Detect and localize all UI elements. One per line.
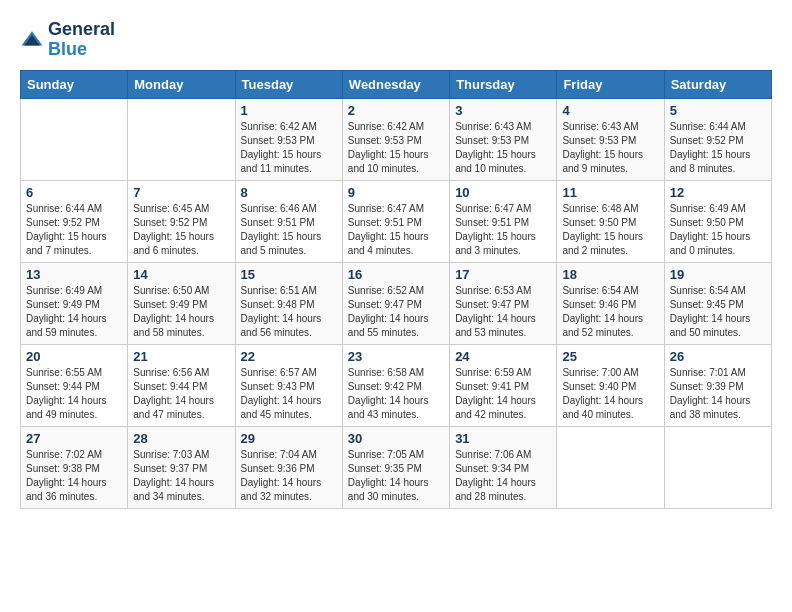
day-info: Sunrise: 6:50 AM Sunset: 9:49 PM Dayligh… xyxy=(133,284,229,340)
calendar-cell xyxy=(128,98,235,180)
day-info: Sunrise: 6:49 AM Sunset: 9:50 PM Dayligh… xyxy=(670,202,766,258)
day-info: Sunrise: 6:52 AM Sunset: 9:47 PM Dayligh… xyxy=(348,284,444,340)
calendar-cell: 7Sunrise: 6:45 AM Sunset: 9:52 PM Daylig… xyxy=(128,180,235,262)
day-info: Sunrise: 6:58 AM Sunset: 9:42 PM Dayligh… xyxy=(348,366,444,422)
calendar-cell: 22Sunrise: 6:57 AM Sunset: 9:43 PM Dayli… xyxy=(235,344,342,426)
day-number: 28 xyxy=(133,431,229,446)
day-info: Sunrise: 7:03 AM Sunset: 9:37 PM Dayligh… xyxy=(133,448,229,504)
day-number: 15 xyxy=(241,267,337,282)
day-info: Sunrise: 6:48 AM Sunset: 9:50 PM Dayligh… xyxy=(562,202,658,258)
logo-text: General Blue xyxy=(48,20,115,60)
weekday-header-tuesday: Tuesday xyxy=(235,70,342,98)
day-number: 13 xyxy=(26,267,122,282)
day-number: 6 xyxy=(26,185,122,200)
day-info: Sunrise: 6:42 AM Sunset: 9:53 PM Dayligh… xyxy=(241,120,337,176)
day-info: Sunrise: 6:47 AM Sunset: 9:51 PM Dayligh… xyxy=(348,202,444,258)
calendar-cell: 10Sunrise: 6:47 AM Sunset: 9:51 PM Dayli… xyxy=(450,180,557,262)
day-number: 14 xyxy=(133,267,229,282)
day-number: 8 xyxy=(241,185,337,200)
calendar-week-2: 6Sunrise: 6:44 AM Sunset: 9:52 PM Daylig… xyxy=(21,180,772,262)
day-number: 12 xyxy=(670,185,766,200)
day-number: 20 xyxy=(26,349,122,364)
day-info: Sunrise: 6:44 AM Sunset: 9:52 PM Dayligh… xyxy=(26,202,122,258)
calendar-header-row: SundayMondayTuesdayWednesdayThursdayFrid… xyxy=(21,70,772,98)
calendar-cell xyxy=(664,426,771,508)
calendar-cell: 20Sunrise: 6:55 AM Sunset: 9:44 PM Dayli… xyxy=(21,344,128,426)
day-number: 5 xyxy=(670,103,766,118)
calendar-cell: 8Sunrise: 6:46 AM Sunset: 9:51 PM Daylig… xyxy=(235,180,342,262)
weekday-header-thursday: Thursday xyxy=(450,70,557,98)
day-number: 31 xyxy=(455,431,551,446)
day-info: Sunrise: 7:05 AM Sunset: 9:35 PM Dayligh… xyxy=(348,448,444,504)
calendar-cell: 14Sunrise: 6:50 AM Sunset: 9:49 PM Dayli… xyxy=(128,262,235,344)
weekday-header-friday: Friday xyxy=(557,70,664,98)
calendar-cell xyxy=(21,98,128,180)
day-info: Sunrise: 7:00 AM Sunset: 9:40 PM Dayligh… xyxy=(562,366,658,422)
day-number: 10 xyxy=(455,185,551,200)
calendar-cell: 26Sunrise: 7:01 AM Sunset: 9:39 PM Dayli… xyxy=(664,344,771,426)
calendar-cell: 23Sunrise: 6:58 AM Sunset: 9:42 PM Dayli… xyxy=(342,344,449,426)
calendar-week-1: 1Sunrise: 6:42 AM Sunset: 9:53 PM Daylig… xyxy=(21,98,772,180)
calendar-cell: 19Sunrise: 6:54 AM Sunset: 9:45 PM Dayli… xyxy=(664,262,771,344)
day-info: Sunrise: 6:45 AM Sunset: 9:52 PM Dayligh… xyxy=(133,202,229,258)
calendar-cell: 5Sunrise: 6:44 AM Sunset: 9:52 PM Daylig… xyxy=(664,98,771,180)
logo-icon xyxy=(20,28,44,52)
day-info: Sunrise: 6:57 AM Sunset: 9:43 PM Dayligh… xyxy=(241,366,337,422)
weekday-header-sunday: Sunday xyxy=(21,70,128,98)
day-number: 30 xyxy=(348,431,444,446)
day-info: Sunrise: 6:42 AM Sunset: 9:53 PM Dayligh… xyxy=(348,120,444,176)
calendar-cell: 21Sunrise: 6:56 AM Sunset: 9:44 PM Dayli… xyxy=(128,344,235,426)
day-number: 26 xyxy=(670,349,766,364)
day-info: Sunrise: 6:59 AM Sunset: 9:41 PM Dayligh… xyxy=(455,366,551,422)
calendar-cell: 3Sunrise: 6:43 AM Sunset: 9:53 PM Daylig… xyxy=(450,98,557,180)
calendar-cell: 25Sunrise: 7:00 AM Sunset: 9:40 PM Dayli… xyxy=(557,344,664,426)
calendar-cell: 11Sunrise: 6:48 AM Sunset: 9:50 PM Dayli… xyxy=(557,180,664,262)
calendar-cell: 17Sunrise: 6:53 AM Sunset: 9:47 PM Dayli… xyxy=(450,262,557,344)
calendar-week-5: 27Sunrise: 7:02 AM Sunset: 9:38 PM Dayli… xyxy=(21,426,772,508)
weekday-header-saturday: Saturday xyxy=(664,70,771,98)
day-number: 4 xyxy=(562,103,658,118)
calendar-cell: 12Sunrise: 6:49 AM Sunset: 9:50 PM Dayli… xyxy=(664,180,771,262)
day-info: Sunrise: 6:47 AM Sunset: 9:51 PM Dayligh… xyxy=(455,202,551,258)
calendar-cell: 15Sunrise: 6:51 AM Sunset: 9:48 PM Dayli… xyxy=(235,262,342,344)
day-number: 11 xyxy=(562,185,658,200)
day-number: 27 xyxy=(26,431,122,446)
day-info: Sunrise: 7:01 AM Sunset: 9:39 PM Dayligh… xyxy=(670,366,766,422)
calendar-cell: 18Sunrise: 6:54 AM Sunset: 9:46 PM Dayli… xyxy=(557,262,664,344)
day-number: 16 xyxy=(348,267,444,282)
day-info: Sunrise: 7:04 AM Sunset: 9:36 PM Dayligh… xyxy=(241,448,337,504)
calendar-week-4: 20Sunrise: 6:55 AM Sunset: 9:44 PM Dayli… xyxy=(21,344,772,426)
weekday-header-monday: Monday xyxy=(128,70,235,98)
day-info: Sunrise: 6:44 AM Sunset: 9:52 PM Dayligh… xyxy=(670,120,766,176)
day-info: Sunrise: 7:02 AM Sunset: 9:38 PM Dayligh… xyxy=(26,448,122,504)
day-number: 17 xyxy=(455,267,551,282)
day-number: 25 xyxy=(562,349,658,364)
calendar-cell: 28Sunrise: 7:03 AM Sunset: 9:37 PM Dayli… xyxy=(128,426,235,508)
calendar-cell: 31Sunrise: 7:06 AM Sunset: 9:34 PM Dayli… xyxy=(450,426,557,508)
day-number: 18 xyxy=(562,267,658,282)
day-number: 2 xyxy=(348,103,444,118)
day-number: 22 xyxy=(241,349,337,364)
day-info: Sunrise: 6:54 AM Sunset: 9:46 PM Dayligh… xyxy=(562,284,658,340)
page-header: General Blue xyxy=(20,20,772,60)
day-number: 7 xyxy=(133,185,229,200)
calendar-cell: 30Sunrise: 7:05 AM Sunset: 9:35 PM Dayli… xyxy=(342,426,449,508)
calendar-cell: 16Sunrise: 6:52 AM Sunset: 9:47 PM Dayli… xyxy=(342,262,449,344)
calendar-cell: 9Sunrise: 6:47 AM Sunset: 9:51 PM Daylig… xyxy=(342,180,449,262)
day-number: 21 xyxy=(133,349,229,364)
day-info: Sunrise: 6:54 AM Sunset: 9:45 PM Dayligh… xyxy=(670,284,766,340)
calendar-cell xyxy=(557,426,664,508)
calendar-cell: 2Sunrise: 6:42 AM Sunset: 9:53 PM Daylig… xyxy=(342,98,449,180)
day-info: Sunrise: 6:51 AM Sunset: 9:48 PM Dayligh… xyxy=(241,284,337,340)
calendar-cell: 6Sunrise: 6:44 AM Sunset: 9:52 PM Daylig… xyxy=(21,180,128,262)
day-info: Sunrise: 6:49 AM Sunset: 9:49 PM Dayligh… xyxy=(26,284,122,340)
calendar-cell: 4Sunrise: 6:43 AM Sunset: 9:53 PM Daylig… xyxy=(557,98,664,180)
day-info: Sunrise: 6:55 AM Sunset: 9:44 PM Dayligh… xyxy=(26,366,122,422)
day-info: Sunrise: 7:06 AM Sunset: 9:34 PM Dayligh… xyxy=(455,448,551,504)
day-info: Sunrise: 6:43 AM Sunset: 9:53 PM Dayligh… xyxy=(455,120,551,176)
day-number: 24 xyxy=(455,349,551,364)
day-info: Sunrise: 6:43 AM Sunset: 9:53 PM Dayligh… xyxy=(562,120,658,176)
calendar-cell: 29Sunrise: 7:04 AM Sunset: 9:36 PM Dayli… xyxy=(235,426,342,508)
calendar-cell: 1Sunrise: 6:42 AM Sunset: 9:53 PM Daylig… xyxy=(235,98,342,180)
day-number: 19 xyxy=(670,267,766,282)
